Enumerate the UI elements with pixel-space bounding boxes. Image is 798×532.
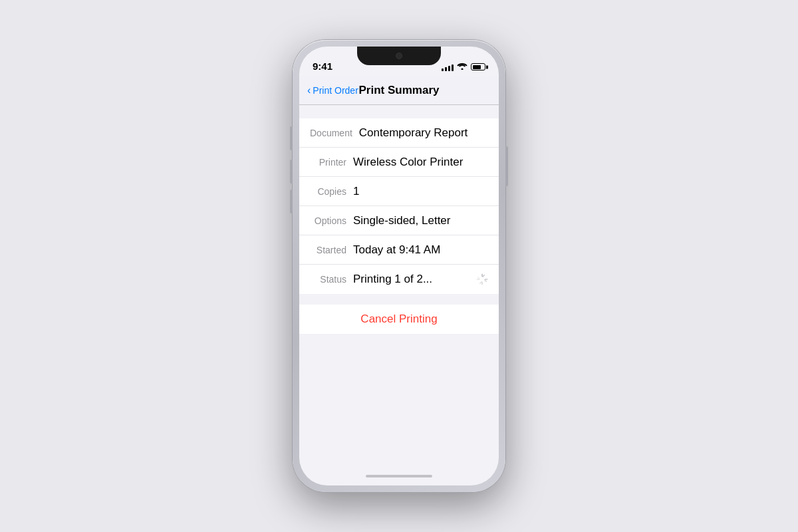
svg-line-3 (485, 280, 486, 281)
home-bar (366, 475, 432, 477)
svg-line-5 (480, 282, 481, 283)
options-label: Options (310, 215, 346, 226)
copies-row: Copies 1 (299, 177, 499, 206)
document-label: Document (310, 128, 352, 138)
cancel-section: Cancel Printing (299, 305, 499, 334)
back-button[interactable]: ‹ Print Order (307, 85, 358, 96)
navigation-bar: ‹ Print Order Print Summary (299, 76, 499, 105)
started-value: Today at 9:41 AM (353, 243, 488, 257)
section-gap (299, 294, 499, 305)
copies-value: 1 (353, 185, 488, 198)
cancel-printing-label: Cancel Printing (360, 313, 437, 326)
started-row: Started Today at 9:41 AM (299, 235, 499, 265)
screen: 9:41 (299, 47, 499, 485)
document-row: Document Contemporary Report (299, 118, 499, 148)
top-gap (299, 105, 499, 118)
phone-frame: 9:41 (293, 40, 505, 492)
loading-spinner (476, 273, 488, 285)
status-row: Status Printing 1 of 2... (299, 265, 499, 294)
wifi-icon (457, 62, 467, 72)
back-label: Print Order (313, 85, 358, 96)
front-camera (396, 53, 402, 59)
status-value: Printing 1 of 2... (353, 273, 469, 286)
details-section: Document Contemporary Report Printer Wir… (299, 118, 499, 294)
notch (357, 47, 441, 65)
phone-screen: 9:41 (299, 47, 499, 485)
started-label: Started (310, 245, 346, 255)
status-time: 9:41 (313, 61, 332, 72)
document-value: Contemporary Report (359, 126, 467, 140)
content-area: Document Contemporary Report Printer Wir… (299, 105, 499, 467)
svg-line-7 (478, 277, 479, 279)
chevron-left-icon: ‹ (307, 85, 311, 96)
options-value: Single-sided, Letter (353, 214, 488, 227)
home-indicator (299, 467, 499, 485)
printer-row: Printer Wireless Color Printer (299, 148, 499, 177)
page-title: Print Summary (359, 84, 440, 97)
battery-icon (471, 63, 485, 70)
printer-label: Printer (310, 157, 346, 168)
options-row: Options Single-sided, Letter (299, 206, 499, 235)
cancel-printing-button[interactable]: Cancel Printing (299, 305, 499, 334)
svg-line-1 (483, 275, 484, 277)
status-label: Status (310, 274, 346, 285)
copies-label: Copies (310, 186, 346, 197)
status-icons (442, 62, 485, 72)
signal-icon (442, 63, 454, 71)
printer-value: Wireless Color Printer (353, 156, 463, 169)
